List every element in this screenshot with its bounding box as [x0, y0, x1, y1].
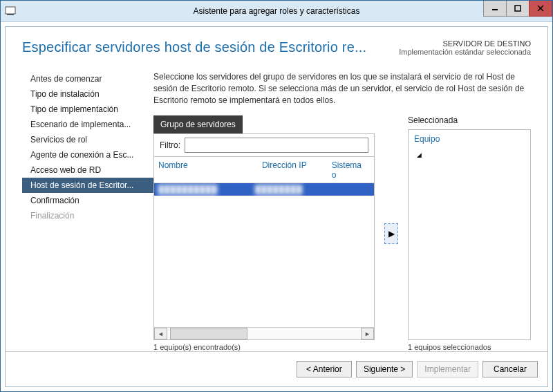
footer: < Anterior Siguiente > Implementar Cance…	[6, 351, 547, 386]
next-button[interactable]: Siguiente >	[356, 361, 413, 377]
window-buttons	[484, 1, 552, 21]
destination-block: SERVIDOR DE DESTINO Implementación están…	[399, 39, 531, 56]
selected-server-item: ██████████	[428, 160, 525, 170]
col-ip[interactable]: Dirección IP	[262, 160, 332, 180]
nav-item[interactable]: Confirmación	[22, 193, 153, 208]
nav-item[interactable]: Acceso web de RD	[22, 162, 153, 178]
nav-item[interactable]: Tipo de implementación	[22, 102, 153, 117]
previous-button[interactable]: < Anterior	[297, 361, 352, 377]
cancel-button[interactable]: Cancelar	[482, 361, 538, 377]
titlebar: Asistente para agregar roles y caracterí…	[1, 1, 552, 22]
selected-list[interactable]: Equipo █████████ (1) ██████████	[408, 129, 531, 340]
scroll-thumb[interactable]	[170, 328, 247, 339]
page-title: Especificar servidores host de sesión de…	[22, 39, 366, 55]
wizard-nav: Antes de comenzarTipo de instalaciónTipo…	[22, 71, 153, 351]
panels: Grupo de servidores Filtro: Nombre Direc…	[153, 115, 531, 351]
nav-item[interactable]: Antes de comenzar	[22, 71, 153, 86]
pool-count-label: 1 equipo(s) encontrado(s)	[153, 343, 375, 351]
window-title: Asistente para agregar roles y caracterí…	[1, 6, 552, 16]
server-row[interactable]: ██████████████████	[154, 183, 374, 196]
maximize-button[interactable]	[506, 1, 529, 17]
main-area: Antes de comenzarTipo de instalaciónTipo…	[22, 71, 531, 351]
scroll-left-button[interactable]: ◄	[154, 328, 167, 339]
grid-body[interactable]: ██████████████████	[154, 183, 374, 327]
col-os[interactable]: Sistema o	[332, 160, 370, 180]
horizontal-scrollbar[interactable]: ◄ ►	[154, 327, 374, 339]
content-area: Seleccione los servidores del grupo de s…	[153, 71, 531, 351]
filter-input[interactable]	[185, 138, 368, 153]
wizard-window: Asistente para agregar roles y caracterí…	[0, 0, 553, 392]
nav-item[interactable]: Escenario de implementa...	[22, 117, 153, 132]
selected-panel: Seleccionada Equipo █████████ (1) ██████…	[408, 115, 531, 351]
filter-row: Filtro:	[153, 133, 375, 156]
grid-header: Nombre Dirección IP Sistema o	[154, 157, 374, 183]
wizard-body: Especificar servidores host de sesión de…	[5, 26, 548, 387]
deploy-button: Implementar	[417, 361, 478, 377]
server-pool-header: Grupo de servidores	[153, 115, 243, 133]
destination-value: Implementación estándar seleccionada	[399, 48, 531, 56]
selected-col-header: Equipo	[414, 134, 525, 144]
nav-item[interactable]: Host de sesión de Escritor...	[22, 178, 153, 193]
nav-item[interactable]: Tipo de instalación	[22, 86, 153, 102]
server-pool-panel: Grupo de servidores Filtro: Nombre Direc…	[153, 115, 375, 351]
nav-item: Finalización	[22, 208, 153, 223]
nav-item[interactable]: Agente de conexión a Esc...	[22, 147, 153, 162]
scroll-right-button[interactable]: ►	[361, 328, 374, 339]
server-grid: Nombre Dirección IP Sistema o ██████████…	[153, 156, 375, 340]
svg-rect-3	[515, 6, 521, 11]
selected-group-node: █████████ (1)	[417, 149, 525, 159]
minimize-button[interactable]	[483, 1, 507, 17]
close-button[interactable]	[529, 1, 552, 17]
filter-label: Filtro:	[160, 140, 180, 150]
description-text: Seleccione los servidores del grupo de s…	[153, 71, 531, 106]
col-name[interactable]: Nombre	[158, 160, 262, 180]
selected-count-label: 1 equipos seleccionados	[408, 343, 531, 351]
nav-item[interactable]: Servicios de rol	[22, 132, 153, 147]
selected-heading: Seleccionada	[408, 115, 531, 125]
add-server-button[interactable]: ▶	[384, 223, 398, 244]
header: Especificar servidores host de sesión de…	[22, 39, 531, 56]
transfer-column: ▶	[384, 115, 398, 351]
destination-label: SERVIDOR DE DESTINO	[399, 39, 531, 48]
